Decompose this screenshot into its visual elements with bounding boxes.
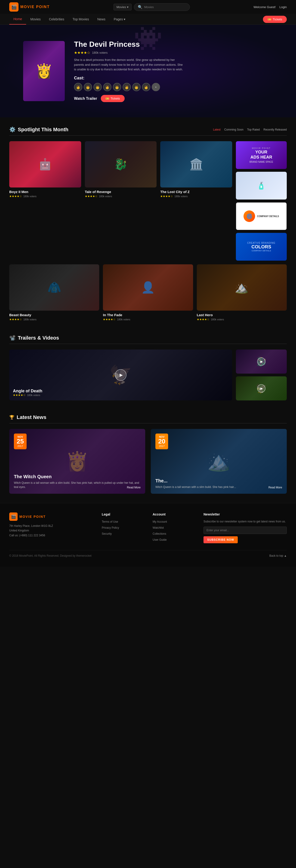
ticket-icon: 🎫 xyxy=(268,18,271,21)
movie-card-beast[interactable]: 🧥 Beast Beauty ★★★★☆ 180k voters xyxy=(9,264,99,321)
news-card-2[interactable]: 🏔️ NOV 20 2017 The... Witch Queen is a t… xyxy=(151,429,287,494)
newsletter-email-input[interactable] xyxy=(203,527,287,534)
hero-poster xyxy=(23,41,65,101)
tab-top-rated[interactable]: Top Rated xyxy=(247,128,260,131)
logo-text: MOVIE POINT xyxy=(20,5,50,9)
news-card-1[interactable]: 👸 NOV 25 2017 The Witch Queen Witch Quee… xyxy=(9,429,145,494)
news-date-badge-2: NOV 20 2017 xyxy=(155,434,168,449)
trailers-icon: 📽️ xyxy=(9,335,15,341)
category-dropdown[interactable]: Movies ▾ xyxy=(113,4,132,10)
ad-block-company[interactable]: 🌀 COMPANY DETAILS xyxy=(236,202,287,230)
tab-latest[interactable]: Latest xyxy=(213,128,221,131)
movie-rating-fade: ★★★★☆ 180k voters xyxy=(103,318,193,321)
footer-phone: Call us: (+880) 111 222 3456 xyxy=(9,533,93,538)
hero-tickets-button[interactable]: 🎫 Tickets xyxy=(101,95,125,102)
movie-thumb-last: 🏔️ xyxy=(197,264,287,311)
footer-my-account[interactable]: My Account xyxy=(153,520,167,523)
trailer-small-1[interactable]: 🐉 ▶ xyxy=(236,349,287,374)
ad-block-colors[interactable]: CREATIVE BRANDING COLORS COMPANY DETAILS xyxy=(236,233,287,260)
news-header: 🏆 Latest News xyxy=(9,414,287,423)
movie-title-boyz: Boyz II Men xyxy=(9,190,81,194)
back-to-top-link[interactable]: Back to top ▲ xyxy=(269,554,287,557)
logo-icon: 🎬 xyxy=(9,2,19,11)
tab-recently-released[interactable]: Recently Released xyxy=(263,128,287,131)
news-read-more-1[interactable]: Read More xyxy=(127,486,141,489)
movie-rating-lost: ★★★★☆ 180k voters xyxy=(160,195,232,198)
news-info-2: The... Witch Queen is a tall woman with … xyxy=(155,478,282,489)
trailer-side: 🐉 ▶ 🦅 ▶ xyxy=(236,349,287,400)
ad-block-purple[interactable]: MOVIE POINT YOURADS HEAR BRAND NAME SPAC… xyxy=(236,141,287,169)
trailer-small-2[interactable]: 🦅 ▶ xyxy=(236,376,287,400)
trailer-play-button[interactable]: ▶ xyxy=(115,369,127,381)
nav-home[interactable]: Home xyxy=(9,14,26,25)
movie-card-tale[interactable]: 🐉 Tale of Revenge ★★★★☆ 180k voters xyxy=(85,141,157,260)
hero-section: 👾 The Devil Princess ★★★★☆ 180k voters S… xyxy=(0,25,296,117)
login-link[interactable]: Login xyxy=(279,5,287,9)
movie-rating-boyz: ★★★★☆ 180k voters xyxy=(9,195,81,198)
nav-pages[interactable]: Pages ▾ xyxy=(110,14,130,24)
footer-copyright: © 2018 MoviePoint. All Rights Reserved. … xyxy=(9,554,92,557)
subscribe-button[interactable]: SUBSCRIBE NOW xyxy=(203,536,238,543)
footer-newsletter-title: Newsletter xyxy=(203,513,287,516)
footer-logo-text: MOVIE POINT xyxy=(20,515,46,519)
footer-privacy[interactable]: Privacy Policy xyxy=(102,526,119,529)
footer-address-country: United Kingdom xyxy=(9,528,93,533)
movie-card-boyz[interactable]: 🤖 Boyz II Men ★★★★☆ 180k voters xyxy=(9,141,81,260)
hero-info: The Devil Princess ★★★★☆ 180k voters She… xyxy=(74,40,273,102)
footer-collections[interactable]: Collections xyxy=(153,532,166,535)
footer-terms[interactable]: Terms of Use xyxy=(102,520,118,523)
footer-watchlist[interactable]: Watchlist xyxy=(153,526,164,529)
movie-card-lost[interactable]: 🏛️ The Lost City of Z ★★★★☆ 180k voters xyxy=(160,141,232,260)
nav-news[interactable]: News xyxy=(93,14,110,24)
movie-image-tale: 🐉 xyxy=(85,141,157,187)
header: 🎬 MOVIE POINT Movies ▾ 🔍 Welcome Guest! … xyxy=(0,0,296,14)
movie-thumb-tale: 🐉 xyxy=(85,141,157,187)
movie-card-fade[interactable]: 👤 In The Fade ★★★★☆ 180k voters xyxy=(103,264,193,321)
colors-sub: COMPANY DETAILS xyxy=(252,250,271,252)
cast-avatar[interactable]: 👨 xyxy=(132,83,141,91)
cast-avatar[interactable]: 👨 xyxy=(84,83,92,91)
watch-trailer-label: Watch Trailer xyxy=(74,96,97,101)
nav-tickets-button[interactable]: 🎫 🎫 Tickets Tickets xyxy=(263,16,287,23)
spotlight-movies-grid: 🤖 Boyz II Men ★★★★☆ 180k voters 🐉 Tale o… xyxy=(9,141,287,260)
news-read-more-2[interactable]: Read More xyxy=(268,486,282,489)
cast-avatar[interactable]: 👨 xyxy=(113,83,121,91)
trailer-info: Angle of Death ★★★★☆ 180k voters xyxy=(13,389,42,397)
nav-links: Home Movies Celebrities Top Movies News … xyxy=(9,14,130,25)
footer-account-title: Account xyxy=(153,513,194,516)
ad-headline: YOURADS HEAR xyxy=(251,150,272,160)
search-input[interactable] xyxy=(144,5,186,9)
tab-coming-soon[interactable]: Comming Soon xyxy=(224,128,243,131)
trailer-main[interactable]: 🦅 ▶ Angle of Death ★★★★☆ 180k voters xyxy=(9,349,232,400)
company-text: COMPANY DETAILS xyxy=(257,215,279,218)
cast-avatar[interactable]: 👨 xyxy=(93,83,102,91)
hero-actions: Watch Trailer 🎫 Tickets xyxy=(74,95,273,102)
trailer-small-play-1[interactable]: ▶ xyxy=(257,358,265,366)
movie-card-last[interactable]: 🏔️ Last Hero ★★★★☆ 180k voters xyxy=(197,264,287,321)
welcome-text: Welcome Guest! xyxy=(254,5,276,9)
cast-avatar[interactable]: 👩 xyxy=(103,83,111,91)
nav-celebrities[interactable]: Celebrities xyxy=(45,14,68,24)
cast-label: Cast: xyxy=(74,76,273,81)
movie-title-fade: In The Fade xyxy=(103,313,193,317)
trailer-small-play-2[interactable]: ▶ xyxy=(257,384,265,393)
ad-block-cosmetic[interactable]: 🧴 xyxy=(236,172,287,199)
movie-rating-tale: ★★★★☆ 180k voters xyxy=(85,195,157,198)
cast-avatar[interactable]: 👩 xyxy=(74,83,82,91)
footer-bottom: © 2018 MoviePoint. All Rights Reserved. … xyxy=(9,550,287,557)
footer-logo: 🎬 MOVIE POINT xyxy=(9,513,93,521)
footer-user-guide[interactable]: User Guide xyxy=(153,538,167,541)
news-year-1: 2017 xyxy=(17,445,24,447)
hero-stars: ★★★★☆ xyxy=(74,51,90,55)
cast-avatar-more[interactable]: + xyxy=(152,83,160,91)
cast-avatar[interactable]: 👩 xyxy=(123,83,131,91)
movie-image-fade: 👤 xyxy=(103,264,193,311)
logo[interactable]: 🎬 MOVIE POINT xyxy=(9,2,50,11)
nav-movies[interactable]: Movies xyxy=(26,14,45,24)
movie-image-beast: 🧥 xyxy=(9,264,99,311)
footer-security[interactable]: Security xyxy=(102,532,112,535)
news-day-2: 20 xyxy=(158,438,165,445)
cast-avatar[interactable]: 👩 xyxy=(142,83,150,91)
footer-account-links: My Account Watchlist Collections User Gu… xyxy=(153,519,194,541)
nav-top-movies[interactable]: Top Movies xyxy=(68,14,93,24)
